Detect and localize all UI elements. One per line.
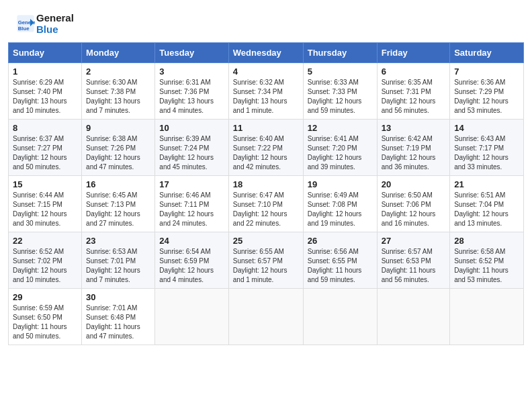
cell-info: Sunrise: 6:33 AM Sunset: 7:33 PM Dayligh…	[308, 79, 362, 114]
day-cell: 8 Sunrise: 6:37 AM Sunset: 7:27 PM Dayli…	[9, 119, 82, 175]
day-cell: 24 Sunrise: 6:54 AM Sunset: 6:59 PM Dayl…	[155, 232, 228, 288]
cell-info: Sunrise: 6:29 AM Sunset: 7:40 PM Dayligh…	[13, 79, 67, 114]
week-row-2: 8 Sunrise: 6:37 AM Sunset: 7:27 PM Dayli…	[9, 119, 524, 175]
day-number: 5	[308, 66, 373, 77]
cell-info: Sunrise: 6:31 AM Sunset: 7:36 PM Dayligh…	[159, 79, 214, 114]
day-number: 3	[159, 66, 224, 77]
day-cell: 17 Sunrise: 6:46 AM Sunset: 7:11 PM Dayl…	[155, 175, 228, 232]
day-number: 15	[13, 179, 77, 189]
day-cell	[450, 288, 524, 345]
calendar-wrapper: SundayMondayTuesdayWednesdayThursdayFrid…	[0, 42, 532, 353]
cell-info: Sunrise: 6:45 AM Sunset: 7:13 PM Dayligh…	[86, 191, 140, 227]
day-number: 16	[86, 179, 150, 189]
cell-info: Sunrise: 6:32 AM Sunset: 7:34 PM Dayligh…	[233, 79, 287, 114]
day-cell: 6 Sunrise: 6:35 AM Sunset: 7:31 PM Dayli…	[377, 62, 450, 119]
day-number: 9	[86, 123, 150, 133]
cell-info: Sunrise: 6:49 AM Sunset: 7:08 PM Dayligh…	[308, 191, 362, 227]
week-row-1: 1 Sunrise: 6:29 AM Sunset: 7:40 PM Dayli…	[9, 62, 524, 119]
weekday-friday: Friday	[377, 42, 450, 62]
weekday-wednesday: Wednesday	[228, 42, 303, 62]
day-cell: 22 Sunrise: 6:52 AM Sunset: 7:02 PM Dayl…	[9, 232, 82, 288]
week-row-5: 29 Sunrise: 6:59 AM Sunset: 6:50 PM Dayl…	[9, 288, 524, 345]
logo-general: General	[36, 12, 74, 24]
cell-info: Sunrise: 6:43 AM Sunset: 7:17 PM Dayligh…	[454, 135, 508, 171]
weekday-saturday: Saturday	[450, 42, 524, 62]
cell-info: Sunrise: 6:53 AM Sunset: 7:01 PM Dayligh…	[86, 248, 140, 283]
cell-info: Sunrise: 6:54 AM Sunset: 6:59 PM Dayligh…	[159, 248, 214, 283]
cell-info: Sunrise: 6:40 AM Sunset: 7:22 PM Dayligh…	[233, 135, 287, 171]
day-cell: 9 Sunrise: 6:38 AM Sunset: 7:26 PM Dayli…	[82, 119, 155, 175]
day-cell: 23 Sunrise: 6:53 AM Sunset: 7:01 PM Dayl…	[82, 232, 155, 288]
svg-text:Blue: Blue	[18, 26, 30, 32]
day-number: 19	[308, 179, 373, 189]
day-cell: 16 Sunrise: 6:45 AM Sunset: 7:13 PM Dayl…	[82, 175, 155, 232]
day-number: 17	[159, 179, 224, 189]
cell-info: Sunrise: 6:58 AM Sunset: 6:52 PM Dayligh…	[454, 248, 508, 283]
day-number: 24	[159, 236, 224, 246]
day-number: 27	[382, 236, 446, 246]
day-cell	[377, 288, 450, 345]
header: General Blue General Blue	[0, 0, 532, 42]
day-cell: 25 Sunrise: 6:55 AM Sunset: 6:57 PM Dayl…	[228, 232, 303, 288]
cell-info: Sunrise: 6:35 AM Sunset: 7:31 PM Dayligh…	[382, 79, 436, 114]
day-number: 1	[13, 66, 77, 77]
day-cell	[228, 288, 303, 345]
logo: General Blue General Blue	[16, 12, 74, 36]
day-cell: 11 Sunrise: 6:40 AM Sunset: 7:22 PM Dayl…	[228, 119, 303, 175]
day-number: 23	[86, 236, 150, 246]
day-cell	[303, 288, 377, 345]
day-cell: 27 Sunrise: 6:57 AM Sunset: 6:53 PM Dayl…	[377, 232, 450, 288]
cell-info: Sunrise: 6:39 AM Sunset: 7:24 PM Dayligh…	[159, 135, 214, 171]
cell-info: Sunrise: 6:46 AM Sunset: 7:11 PM Dayligh…	[159, 191, 214, 227]
day-number: 6	[382, 66, 446, 77]
weekday-tuesday: Tuesday	[155, 42, 228, 62]
day-cell: 13 Sunrise: 6:42 AM Sunset: 7:19 PM Dayl…	[377, 119, 450, 175]
day-cell: 19 Sunrise: 6:49 AM Sunset: 7:08 PM Dayl…	[303, 175, 377, 232]
cell-info: Sunrise: 6:36 AM Sunset: 7:29 PM Dayligh…	[454, 79, 508, 114]
day-number: 12	[308, 123, 373, 133]
day-number: 10	[159, 123, 224, 133]
day-number: 8	[13, 123, 77, 133]
cell-info: Sunrise: 7:01 AM Sunset: 6:48 PM Dayligh…	[86, 304, 140, 340]
cell-info: Sunrise: 6:56 AM Sunset: 6:55 PM Dayligh…	[308, 248, 362, 283]
day-cell: 12 Sunrise: 6:41 AM Sunset: 7:20 PM Dayl…	[303, 119, 377, 175]
day-number: 30	[86, 292, 150, 302]
day-number: 2	[86, 66, 150, 77]
logo-blue: Blue	[36, 24, 74, 35]
day-number: 14	[454, 123, 519, 133]
weekday-sunday: Sunday	[9, 42, 82, 62]
cell-info: Sunrise: 6:38 AM Sunset: 7:26 PM Dayligh…	[86, 135, 140, 171]
day-number: 28	[454, 236, 519, 246]
cell-info: Sunrise: 6:59 AM Sunset: 6:50 PM Dayligh…	[13, 304, 67, 340]
day-cell: 30 Sunrise: 7:01 AM Sunset: 6:48 PM Dayl…	[82, 288, 155, 345]
day-number: 18	[233, 179, 299, 189]
day-cell: 10 Sunrise: 6:39 AM Sunset: 7:24 PM Dayl…	[155, 119, 228, 175]
day-number: 26	[308, 236, 373, 246]
logo-icon: General Blue	[16, 14, 35, 33]
day-cell: 26 Sunrise: 6:56 AM Sunset: 6:55 PM Dayl…	[303, 232, 377, 288]
week-row-3: 15 Sunrise: 6:44 AM Sunset: 7:15 PM Dayl…	[9, 175, 524, 232]
day-number: 21	[454, 179, 519, 189]
day-number: 7	[454, 66, 519, 77]
day-cell: 15 Sunrise: 6:44 AM Sunset: 7:15 PM Dayl…	[9, 175, 82, 232]
cell-info: Sunrise: 6:57 AM Sunset: 6:53 PM Dayligh…	[382, 248, 436, 283]
day-number: 13	[382, 123, 446, 133]
day-number: 11	[233, 123, 299, 133]
day-cell: 2 Sunrise: 6:30 AM Sunset: 7:38 PM Dayli…	[82, 62, 155, 119]
day-cell: 14 Sunrise: 6:43 AM Sunset: 7:17 PM Dayl…	[450, 119, 524, 175]
weekday-thursday: Thursday	[303, 42, 377, 62]
day-cell: 1 Sunrise: 6:29 AM Sunset: 7:40 PM Dayli…	[9, 62, 82, 119]
cell-info: Sunrise: 6:52 AM Sunset: 7:02 PM Dayligh…	[13, 248, 67, 283]
page: General Blue General Blue SundayMondayTu…	[0, 0, 532, 411]
cell-info: Sunrise: 6:55 AM Sunset: 6:57 PM Dayligh…	[233, 248, 287, 283]
day-number: 29	[13, 292, 77, 302]
day-cell: 7 Sunrise: 6:36 AM Sunset: 7:29 PM Dayli…	[450, 62, 524, 119]
cell-info: Sunrise: 6:50 AM Sunset: 7:06 PM Dayligh…	[382, 191, 436, 227]
cell-info: Sunrise: 6:47 AM Sunset: 7:10 PM Dayligh…	[233, 191, 287, 227]
cell-info: Sunrise: 6:30 AM Sunset: 7:38 PM Dayligh…	[86, 79, 140, 114]
day-cell: 21 Sunrise: 6:51 AM Sunset: 7:04 PM Dayl…	[450, 175, 524, 232]
day-number: 22	[13, 236, 77, 246]
day-cell: 29 Sunrise: 6:59 AM Sunset: 6:50 PM Dayl…	[9, 288, 82, 345]
day-number: 25	[233, 236, 299, 246]
weekday-monday: Monday	[82, 42, 155, 62]
